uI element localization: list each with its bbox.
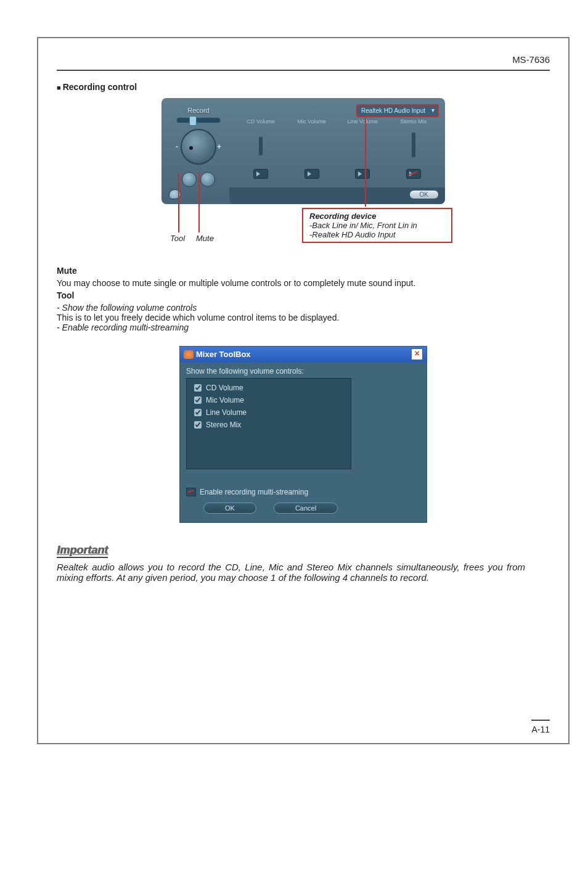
toolbox-multistream-checkbox[interactable] [186, 488, 196, 496]
toolbox-close-button[interactable]: × [411, 348, 423, 360]
toolbox-volume-list: CD Volume Mic Volume Line Volume Stereo … [186, 378, 351, 469]
mute-line[interactable] [355, 169, 370, 179]
page-frame: MS-7636 Recording control Record - + [37, 37, 570, 744]
record-callouts: Tool Mute Recording device -Back Line in… [161, 204, 445, 255]
toolbox-item-stereo[interactable]: Stereo Mix [192, 419, 346, 430]
header-model: MS-7636 [57, 54, 550, 65]
record-ok-button[interactable]: OK [409, 190, 439, 199]
callout-device-header: Recording device [309, 212, 445, 221]
callout-device-box: Recording device -Back Line in/ Mic, Fro… [302, 208, 452, 243]
recording-device-select[interactable]: Realtek HD Audio Input [356, 104, 439, 117]
tool-sub2: - Enable recording multi-streaming [57, 322, 550, 332]
callout-line-mute [198, 172, 200, 232]
toolbox-item-stereo-label: Stereo Mix [206, 421, 241, 429]
callout-line-device [365, 118, 366, 207]
col-label-cd: CD Volume [247, 118, 275, 125]
toolbox-show-label: Show the following volume controls: [186, 367, 420, 376]
tool-sub1-text: This is to let you freely decide which v… [57, 313, 550, 322]
toolbox-check-mic[interactable] [194, 396, 202, 404]
callout-mute-label: Mute [196, 234, 214, 243]
callout-line-tool [178, 172, 179, 232]
callout-device-line1: -Back Line in/ Mic, Front Lin in [309, 221, 445, 230]
callout-device-line2: -Realtek HD Audio Input [309, 230, 445, 239]
mute-text: You may choose to mute single or multipl… [57, 278, 550, 288]
page-footer: A-11 [531, 715, 550, 734]
toolbox-titlebar: Mixer ToolBox × [180, 347, 427, 362]
toolbox-item-line-label: Line Volume [206, 408, 247, 417]
palette-icon[interactable] [169, 189, 181, 199]
toolbox-check-stereo[interactable] [194, 421, 202, 429]
record-right: Realtek HD Audio Input CD Volume Mic Vol… [235, 104, 439, 204]
record-balance-slider[interactable] [177, 118, 220, 123]
cd-volume-slider[interactable] [259, 137, 263, 155]
col-label-stereo: Stereo Mix [400, 118, 427, 125]
record-panel-body: Record - + Realtek HD Audio Input [161, 98, 445, 204]
section-heading-recording: Recording control [57, 82, 550, 92]
mute-cd[interactable] [253, 169, 268, 179]
toolbox-item-line[interactable]: Line Volume [192, 407, 346, 418]
toolbox-ok-button[interactable]: OK [203, 503, 256, 514]
callout-tool-label: Tool [170, 234, 185, 243]
page-number: A-11 [531, 725, 550, 734]
toolbox-title-text: Mixer ToolBox [196, 350, 251, 359]
toolbox-check-line[interactable] [194, 409, 202, 416]
mute-mic[interactable] [304, 169, 319, 179]
record-dial[interactable]: - + [181, 129, 216, 165]
toolbox-body: Show the following volume controls: CD V… [180, 362, 427, 522]
header-rule [57, 70, 550, 71]
important-text: Realtek audio allows you to record the C… [57, 562, 525, 583]
dial-plus-icon: + [217, 142, 221, 151]
mute-heading: Mute [57, 266, 550, 276]
tool-heading: Tool [57, 290, 550, 300]
toolbox-item-cd[interactable]: CD Volume [192, 382, 346, 393]
toolbox-check-cd[interactable] [194, 384, 202, 392]
tool-button[interactable] [182, 172, 197, 187]
toolbox-multistream-row[interactable]: Enable recording multi-streaming [186, 488, 420, 496]
col-label-mic: Mic Volume [297, 118, 326, 125]
realtek-crab-icon [184, 350, 194, 359]
toolbox-item-mic-label: Mic Volume [206, 396, 244, 405]
mute-stereo[interactable] [406, 169, 421, 179]
toolbox-item-cd-label: CD Volume [206, 384, 243, 392]
mute-all-button[interactable] [200, 172, 215, 187]
important-heading: Important [57, 544, 108, 558]
record-label: Record [187, 107, 209, 114]
toolbox-item-mic[interactable]: Mic Volume [192, 395, 346, 406]
toolbox-multistream-label: Enable recording multi-streaming [200, 488, 308, 496]
dial-minus-icon: - [176, 142, 178, 151]
tool-sub1: - Show the following volume controls [57, 303, 550, 313]
toolbox-cancel-button[interactable]: Cancel [274, 503, 338, 514]
stereo-mix-slider[interactable] [412, 133, 415, 157]
mixer-toolbox-window: Mixer ToolBox × Show the following volum… [179, 346, 427, 523]
record-panel: Record - + Realtek HD Audio Input [161, 98, 445, 255]
col-label-line: Line Volume [347, 118, 378, 125]
